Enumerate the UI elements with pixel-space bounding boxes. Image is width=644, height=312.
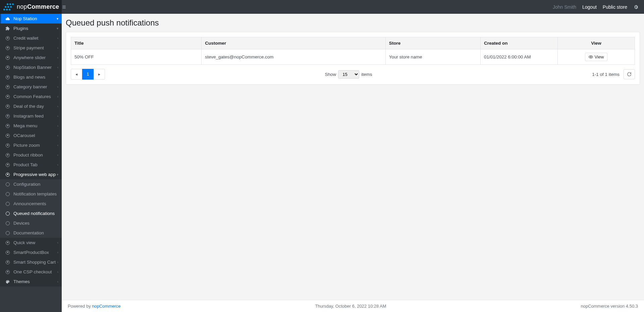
circle-icon xyxy=(5,182,11,186)
chevron-down-icon: ▾ xyxy=(57,173,58,176)
sidebar-item-anywhere-slider[interactable]: Anywhere slider‹ xyxy=(0,53,62,62)
sidebar-item-devices[interactable]: Devices xyxy=(0,218,62,228)
sidebar-item-label: OCarousel xyxy=(13,133,57,138)
sidebar-item-credit-wallet[interactable]: Credit wallet‹ xyxy=(0,33,62,43)
logo-icon xyxy=(3,3,15,11)
logout-link[interactable]: Logout xyxy=(582,4,597,10)
sidebar-item-label: One CSP checkout xyxy=(13,269,57,274)
chevron-left-icon: ‹ xyxy=(57,95,58,98)
chevron-left-icon: ‹ xyxy=(57,134,58,137)
sidebar-item-one-csp-checkout[interactable]: One CSP checkout‹ xyxy=(0,267,62,277)
sidebar-item-mega-menu[interactable]: Mega menu‹ xyxy=(0,121,62,131)
refresh-button[interactable] xyxy=(624,69,635,79)
sidebar-item-announcements[interactable]: Announcements xyxy=(0,199,62,209)
sidebar-item-label: Picture zoom xyxy=(13,143,57,148)
sidebar-item-plugins[interactable]: Plugins ▾ xyxy=(0,24,62,33)
chevron-left-icon: ‹ xyxy=(57,114,58,118)
logo-area[interactable]: nopCommerce xyxy=(0,0,62,14)
circle-icon xyxy=(5,231,11,235)
footer-version: nopCommerce version 4.50.3 xyxy=(581,304,638,309)
sidebar-item-label: SmartProductBox xyxy=(13,250,57,255)
circle-icon xyxy=(5,124,11,128)
pager-prev[interactable]: ◂ xyxy=(71,69,82,80)
sidebar-item-product-ribbon[interactable]: Product ribbon‹ xyxy=(0,150,62,160)
sidebar-item-label: Stripe payment xyxy=(13,45,57,50)
chevron-down-icon: ▾ xyxy=(57,27,58,30)
sidebar-item-nopstation-banner[interactable]: NopStation Banner‹ xyxy=(0,62,62,72)
cell-view: View xyxy=(557,49,635,65)
chevron-left-icon: ‹ xyxy=(57,124,58,128)
col-store[interactable]: Store xyxy=(385,37,480,49)
sidebar-item-stripe-payment[interactable]: Stripe payment‹ xyxy=(0,43,62,53)
chevron-left-icon: ‹ xyxy=(57,251,58,254)
sidebar-item-label: Category banner xyxy=(13,84,57,89)
sidebar-item-notification-templates[interactable]: Notification templates xyxy=(0,189,62,199)
col-created[interactable]: Created on xyxy=(480,37,557,49)
circle-icon xyxy=(5,241,11,245)
sidebar-item-category-banner[interactable]: Category banner‹ xyxy=(0,82,62,92)
items-label: items xyxy=(361,72,372,77)
chevron-left-icon: ‹ xyxy=(57,85,58,89)
sidebar-item-configuration[interactable]: Configuration xyxy=(0,179,62,189)
table-row: 50% OFFsteve_gates@nopCommerce.comYour s… xyxy=(71,49,635,65)
col-view: View xyxy=(557,37,635,49)
sidebar-item-common-features[interactable]: Common Features‹ xyxy=(0,92,62,101)
chevron-left-icon: ‹ xyxy=(57,280,58,283)
content-body: Title Customer Store Created on View 50%… xyxy=(62,32,644,300)
view-button[interactable]: View xyxy=(585,53,608,61)
topbar: nopCommerce John Smith Logout Public sto… xyxy=(0,0,644,14)
sidebar-item-ocarousel[interactable]: OCarousel‹ xyxy=(0,131,62,140)
sidebar-item-product-tab[interactable]: Product Tab‹ xyxy=(0,160,62,170)
cell-title: 50% OFF xyxy=(71,49,202,65)
sidebar-item-instagram-feed[interactable]: Instagram feed‹ xyxy=(0,111,62,121)
main: Queued push notifications Title Customer… xyxy=(62,0,644,312)
public-store-link[interactable]: Public store xyxy=(603,4,627,10)
circle-icon xyxy=(5,46,11,50)
username[interactable]: John Smith xyxy=(553,4,576,10)
topbar-right: John Smith Logout Public store xyxy=(553,4,644,10)
pager-next[interactable]: ▸ xyxy=(94,69,105,80)
chevron-down-icon: ▾ xyxy=(57,17,58,20)
sidebar-toggle[interactable] xyxy=(62,5,75,9)
sidebar-item-queued-notifications[interactable]: Queued notifications xyxy=(0,209,62,218)
sidebar-item-nop-station[interactable]: Nop Station ▾ xyxy=(0,14,62,24)
sidebar-item-label: Announcements xyxy=(13,201,58,206)
sidebar-item-label: Quick view xyxy=(13,240,57,245)
sidebar-item-label: Progressive web app xyxy=(13,172,57,177)
powered-prefix: Powered by xyxy=(68,304,92,309)
cell-customer: steve_gates@nopCommerce.com xyxy=(202,49,386,65)
cloud-icon xyxy=(5,16,11,21)
sidebar-item-label: Smart Shopping Cart xyxy=(13,260,57,265)
sidebar-item-deal-of-the-day[interactable]: Deal of the day‹ xyxy=(0,101,62,111)
circle-icon xyxy=(5,212,11,216)
col-title[interactable]: Title xyxy=(71,37,202,49)
sidebar-item-smartproductbox[interactable]: SmartProductBox‹ xyxy=(0,248,62,257)
logo-text: nopCommerce xyxy=(17,3,59,10)
chevron-left-icon: ‹ xyxy=(57,75,58,79)
sidebar-item-smart-shopping-cart[interactable]: Smart Shopping Cart‹ xyxy=(0,257,62,267)
chevron-left-icon: ‹ xyxy=(57,241,58,244)
gear-icon[interactable] xyxy=(633,4,639,10)
chevron-left-icon: ‹ xyxy=(57,104,58,108)
circle-icon xyxy=(5,173,11,177)
sidebar-item-themes[interactable]: Themes ‹ xyxy=(0,277,62,286)
circle-icon xyxy=(5,95,11,99)
sidebar-item-picture-zoom[interactable]: Picture zoom‹ xyxy=(0,140,62,150)
paint-icon xyxy=(5,279,11,284)
sidebar-item-blogs-and-news[interactable]: Blogs and news‹ xyxy=(0,72,62,82)
sidebar: Nop Station ▾ Plugins ▾ Credit wallet‹St… xyxy=(0,14,62,312)
circle-icon xyxy=(5,143,11,147)
show-label: Show xyxy=(325,72,336,77)
sidebar-item-quick-view[interactable]: Quick view‹ xyxy=(0,238,62,248)
sidebar-item-pwa[interactable]: Progressive web app ▾ xyxy=(0,170,62,179)
powered-link[interactable]: nopCommerce xyxy=(92,304,120,309)
puzzle-icon xyxy=(5,26,11,31)
sidebar-item-documentation[interactable]: Documentation xyxy=(0,228,62,238)
page-size: Show 15 items xyxy=(325,70,372,79)
col-customer[interactable]: Customer xyxy=(202,37,386,49)
circle-icon xyxy=(5,104,11,108)
pwa-sub-group: ConfigurationNotification templatesAnnou… xyxy=(0,179,62,238)
page-size-select[interactable]: 15 xyxy=(338,70,359,79)
pager-page[interactable]: 1 xyxy=(82,69,94,80)
chevron-left-icon: ‹ xyxy=(57,46,58,50)
